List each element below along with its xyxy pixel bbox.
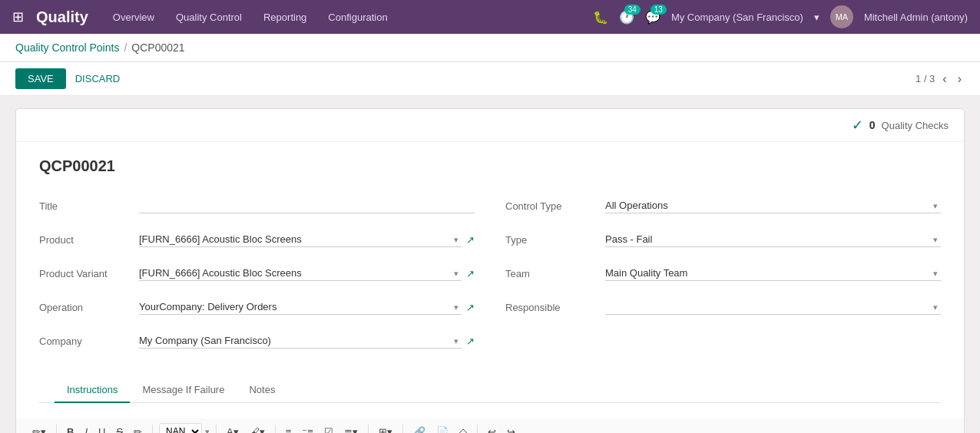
control-type-select[interactable]: All Operations [605,198,941,213]
toolbar-separator-1 [56,425,57,433]
team-select[interactable]: Main Quality Team [605,266,941,281]
prev-page-button[interactable]: ‹ [939,71,949,88]
responsible-select-wrapper: ▾ [605,299,941,315]
product-label: Product [39,234,139,246]
format-pencil-button[interactable]: ✏▾ [28,424,50,434]
product-variant-field-row: Product Variant [FURN_6666] Acoustic Blo… [39,261,475,286]
team-select-wrapper: Main Quality Team ▾ [605,266,941,281]
highlight-button[interactable]: ✏ [130,424,146,434]
nav-right: 🐛 🕐 34 💬 13 My Company (San Francisco) ▾… [593,5,968,28]
ordered-list-button[interactable]: ⁻≡ [298,424,317,434]
team-field-value: Main Quality Team ▾ [605,266,941,281]
type-field-value: Pass - Fail ▾ [605,232,941,247]
toolbar-separator-4 [275,425,276,433]
notification-badge: 34 [624,5,641,15]
checkmark-icon: ✓ [852,117,863,134]
product-external-link-icon[interactable]: ↗ [466,234,475,246]
message-badge: 13 [651,5,667,15]
breadcrumb-separator: / [124,41,127,54]
redo-button[interactable]: ↪ [503,424,519,434]
operation-external-link-icon[interactable]: ↗ [466,302,475,313]
type-select-wrapper: Pass - Fail ▾ [605,232,941,247]
quality-checks-button[interactable]: ✓ 0 Quality Checks [852,117,949,134]
tab-instructions[interactable]: Instructions [55,378,130,403]
team-field-row: Team Main Quality Team ▾ [505,261,941,286]
discard-button[interactable]: DISCARD [66,68,130,89]
link-button[interactable]: 🔗 [409,424,429,434]
nav-links: Overview Quality Control Reporting Confi… [110,8,391,26]
control-type-select-wrapper: All Operations ▾ [605,198,941,213]
control-type-field-value: All Operations ▾ [605,198,941,213]
nav-quality-control[interactable]: Quality Control [173,8,245,26]
product-select[interactable]: [FURN_6666] Acoustic Bloc Screens [139,232,462,247]
toolbar-separator-5 [368,425,369,433]
breadcrumb: Quality Control Points / QCP00021 [0,34,980,62]
title-input[interactable] [139,198,475,213]
product-variant-external-link-icon[interactable]: ↗ [466,268,475,279]
debug-icon[interactable]: 🐛 [593,10,608,25]
company-selector[interactable]: My Company (San Francisco) [671,12,803,23]
operation-select-wrapper: YourCompany: Delivery Orders ▾ [139,299,462,315]
type-select[interactable]: Pass - Fail [605,232,941,247]
product-variant-label: Product Variant [39,268,139,279]
form-grid: Title Product [FURN_6666] Acoustic Bloc … [39,193,941,362]
product-variant-select[interactable]: [FURN_6666] Acoustic Bloc Screens [139,266,462,281]
breadcrumb-parent[interactable]: Quality Control Points [15,41,119,54]
save-button[interactable]: SAVE [15,68,66,89]
heading-select[interactable]: NAN H1 H2 H3 [159,423,202,433]
undo-button[interactable]: ↩ [484,424,500,434]
unordered-list-button[interactable]: ≡ [282,424,296,434]
type-field-row: Type Pass - Fail ▾ [505,227,941,252]
quality-checks-count: 0 [869,119,876,131]
bold-button[interactable]: B [63,424,78,434]
notifications-icon[interactable]: 🕐 34 [619,10,634,25]
toolbar-separator-3 [216,425,217,433]
align-button[interactable]: ≣▾ [340,424,362,434]
company-select[interactable]: My Company (San Francisco) [139,333,462,349]
breadcrumb-current: QCP00021 [131,41,184,54]
company-external-link-icon[interactable]: ↗ [466,335,475,347]
product-variant-select-wrapper: [FURN_6666] Acoustic Bloc Screens ▾ [139,266,462,281]
underline-button[interactable]: U [94,424,109,434]
operation-select[interactable]: YourCompany: Delivery Orders [139,299,462,315]
checklist-button[interactable]: ☑ [320,424,337,434]
code-button[interactable]: ◇ [455,424,471,434]
action-row: SAVE DISCARD 1 / 3 ‹ › [0,62,980,96]
user-label: Mitchell Admin (antony) [864,12,968,23]
nav-left: ⊞ Quality Overview Quality Control Repor… [12,8,391,26]
quality-checks-label: Quality Checks [882,120,949,131]
strikethrough-button[interactable]: S [112,424,127,434]
form-card: ✓ 0 Quality Checks QCP00021 Title [15,108,965,433]
tab-notes[interactable]: Notes [237,378,287,403]
bg-color-button[interactable]: 🖌▾ [246,424,269,434]
nav-configuration[interactable]: Configuration [325,8,390,26]
form-id: QCP00021 [39,157,941,175]
company-field-value: My Company (San Francisco) ▾ ↗ [139,333,475,349]
next-page-button[interactable]: › [955,71,965,88]
messages-icon[interactable]: 💬 13 [645,10,661,25]
title-label: Title [39,200,139,212]
nav-overview[interactable]: Overview [110,8,157,26]
company-field-row: Company My Company (San Francisco) ▾ ↗ [39,329,475,353]
type-label: Type [505,234,605,246]
main-area: ✓ 0 Quality Checks QCP00021 Title [0,96,980,433]
user-avatar[interactable]: MA [830,5,853,28]
grid-menu-icon[interactable]: ⊞ [12,8,24,25]
table-button[interactable]: ⊞▾ [375,424,396,434]
responsible-select[interactable] [605,299,941,315]
nav-reporting[interactable]: Reporting [260,8,310,26]
form-body: QCP00021 Title Product [16,142,964,418]
quality-checks-header: ✓ 0 Quality Checks [16,109,964,142]
product-select-wrapper: [FURN_6666] Acoustic Bloc Screens ▾ [139,232,462,247]
responsible-field-value: ▾ [605,299,941,315]
chevron-down-icon[interactable]: ▾ [814,12,819,23]
control-type-field-row: Control Type All Operations ▾ [505,193,941,218]
italic-button[interactable]: I [81,424,91,434]
company-select-wrapper: My Company (San Francisco) ▾ [139,333,462,349]
image-button[interactable]: 📄 [432,424,452,434]
tabs-row: Instructions Message If Failure Notes [39,378,941,403]
title-field-row: Title [39,193,475,218]
control-type-label: Control Type [505,200,605,212]
font-color-button[interactable]: A▾ [223,424,243,434]
tab-message-if-failure[interactable]: Message If Failure [130,378,237,403]
